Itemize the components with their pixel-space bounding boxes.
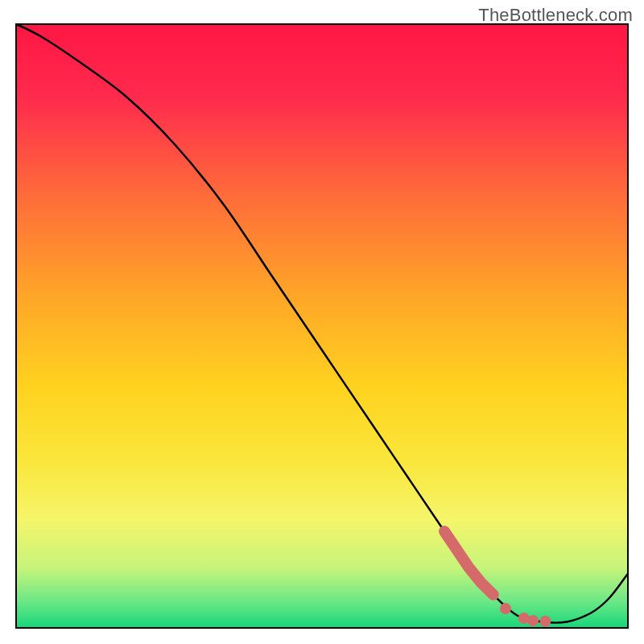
highlight-dot: [527, 615, 539, 626]
highlight-dot: [500, 603, 511, 614]
bottleneck-chart: [0, 0, 644, 644]
highlight-dot: [539, 616, 551, 627]
watermark-text: TheBottleneck.com: [478, 5, 633, 26]
chart-background: [16, 24, 628, 628]
